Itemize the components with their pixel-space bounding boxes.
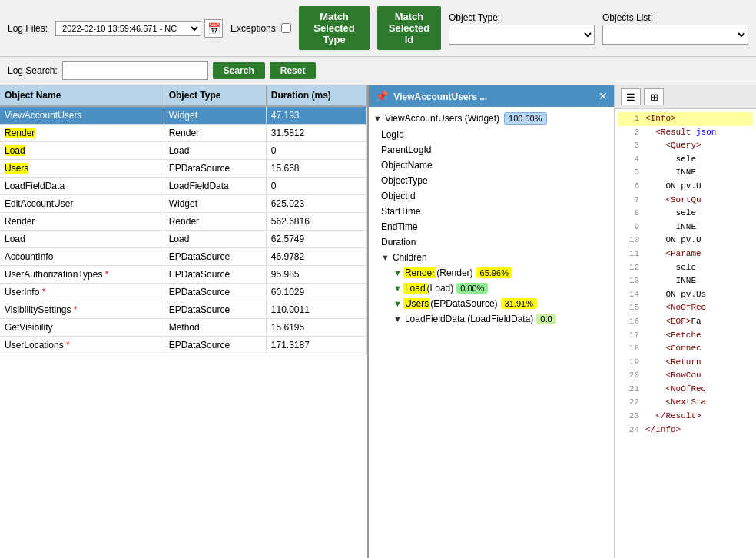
exceptions-checkbox[interactable]: [281, 23, 291, 33]
search-bar: Log Search: Search Reset: [0, 57, 756, 85]
tree-field-duration[interactable]: Duration: [369, 234, 614, 250]
field-objecttype-label: ObjectType: [381, 175, 428, 186]
check-users-icon: ▼: [393, 299, 402, 308]
table-row[interactable]: ViewAccountUsersWidget47.193: [0, 106, 367, 125]
tree-field-parentlogid[interactable]: ParentLogId: [369, 142, 614, 158]
tree-field-objectid[interactable]: ObjectId: [369, 188, 614, 204]
table-row[interactable]: UsersEPDataSource15.668: [0, 160, 367, 178]
table-cell-type: EPDataSource: [164, 266, 266, 284]
field-parentlogid-label: ParentLogId: [381, 144, 431, 155]
tree-child-users[interactable]: ▼ Users (EPDataSource) 31.91%: [369, 296, 614, 311]
table-row[interactable]: UserAuthorizationTypes *EPDataSource95.9…: [0, 266, 367, 284]
calendar-button[interactable]: 📅: [204, 19, 223, 38]
xml-line: 16 <EOF>Fa: [618, 315, 753, 329]
list-icon-button[interactable]: ☰: [621, 88, 641, 105]
xml-line: 23 </Result>: [618, 410, 753, 423]
line-content: sele: [645, 207, 696, 221]
xml-line: 3 <Query>: [618, 139, 753, 153]
table-cell-type: Widget: [164, 106, 266, 125]
table-cell-name: UserAuthorizationTypes *: [0, 266, 164, 284]
table-cell-name: VisibilitySettings *: [0, 301, 164, 319]
tree-root-node[interactable]: ▼ ViewAccountUsers (Widget) 100.00%: [369, 110, 614, 127]
table-row[interactable]: AccountInfoEPDataSource46.9782: [0, 248, 367, 266]
table-row[interactable]: VisibilitySettings *EPDataSource110.0011: [0, 301, 367, 319]
tree-field-objecttype[interactable]: ObjectType: [369, 173, 614, 188]
table-row[interactable]: LoadFieldDataLoadFieldData0: [0, 178, 367, 195]
table-icon-button[interactable]: ⊞: [644, 88, 664, 105]
tree-child-load[interactable]: ▼ Load (Load) 0.00%: [369, 281, 614, 296]
xml-line: 9 INNE: [618, 221, 753, 234]
objects-list-label: Objects List:: [602, 12, 748, 23]
xml-line: 17 <Fetche: [618, 329, 753, 343]
match-selected-type-button[interactable]: Match Selected Type: [299, 6, 370, 50]
col-object-name: Object Name: [0, 85, 164, 106]
pin-icon: 📌: [375, 90, 388, 102]
line-number: 17: [618, 329, 639, 343]
tree-child-render[interactable]: ▼ Render (Render) 65.96%: [369, 265, 614, 281]
line-content: <Return: [645, 356, 701, 370]
table-cell-type: EPDataSource: [164, 301, 266, 319]
tree-field-objectname[interactable]: ObjectName: [369, 158, 614, 173]
match-selected-id-button[interactable]: Match Selected Id: [377, 6, 441, 50]
table-row[interactable]: UserLocations *EPDataSource171.3187: [0, 337, 367, 354]
xml-line: 20 <RowCou: [618, 369, 753, 383]
table-cell-duration: 60.1029: [266, 284, 366, 301]
exceptions-area: Exceptions:: [230, 23, 291, 34]
line-number: 10: [618, 234, 639, 247]
line-content: </Info>: [645, 423, 681, 437]
objects-list-select[interactable]: [602, 25, 748, 45]
log-search-label: Log Search:: [8, 65, 58, 76]
exceptions-label: Exceptions:: [230, 23, 278, 34]
tree-field-logid[interactable]: LogId: [369, 127, 614, 142]
line-content: INNE: [645, 166, 696, 180]
line-number: 11: [618, 247, 639, 261]
xml-line: 7 <SortQu: [618, 194, 753, 208]
table-row[interactable]: UserInfo *EPDataSource60.1029: [0, 284, 367, 301]
field-objectid-label: ObjectId: [381, 191, 416, 201]
children-expand-icon[interactable]: ▼: [381, 253, 390, 262]
line-content: <Parame: [645, 247, 701, 261]
table-cell-type: Load: [164, 142, 266, 160]
table-cell-name: UserInfo *: [0, 284, 164, 301]
tree-field-endtime[interactable]: EndTime: [369, 219, 614, 234]
child-users-type: (EPDataSource): [430, 298, 497, 309]
line-number: 9: [618, 221, 639, 234]
line-number: 6: [618, 180, 639, 194]
table-cell-name: Load: [0, 231, 164, 248]
line-number: 24: [618, 423, 639, 437]
search-button[interactable]: Search: [213, 62, 265, 79]
reset-button[interactable]: Reset: [270, 62, 317, 79]
line-content: ON pv.U: [645, 234, 701, 247]
table-cell-name: Render: [0, 125, 164, 142]
log-files-select: 2022-02-10 13:59:46.671 - NC 📅: [55, 19, 223, 38]
table-row[interactable]: RenderRender31.5812: [0, 125, 367, 142]
table-row[interactable]: LoadLoad0: [0, 142, 367, 160]
tree-close-button[interactable]: ✕: [598, 90, 608, 102]
line-content: ON pv.Us: [645, 288, 706, 302]
xml-line: 21 <NoOfRec: [618, 383, 753, 397]
table-row[interactable]: GetVisibilityMethod15.6195: [0, 319, 367, 337]
table-cell-type: EPDataSource: [164, 160, 266, 178]
expand-icon[interactable]: ▼: [373, 114, 382, 123]
tree-field-starttime[interactable]: StartTime: [369, 204, 614, 219]
log-files-dropdown[interactable]: 2022-02-10 13:59:46.671 - NC: [55, 21, 201, 36]
xml-line: 14 ON pv.Us: [618, 288, 753, 302]
table-row[interactable]: EditAccountUserWidget625.023: [0, 195, 367, 213]
tree-child-loadfielddata[interactable]: ▼ LoadFieldData (LoadFieldData) 0.0: [369, 311, 614, 327]
line-number: 14: [618, 288, 639, 302]
table-row[interactable]: RenderRender562.6816: [0, 213, 367, 231]
xml-line: 13 INNE: [618, 274, 753, 288]
table-cell-name: GetVisibility: [0, 319, 164, 337]
tree-children-node[interactable]: ▼ Children: [369, 250, 614, 265]
col-object-type: Object Type: [164, 85, 266, 106]
line-number: 4: [618, 153, 639, 167]
line-content: ON pv.U: [645, 180, 701, 194]
object-type-select[interactable]: [449, 25, 595, 45]
expand-loadfielddata-icon[interactable]: ▼: [393, 314, 402, 324]
field-endtime-label: EndTime: [381, 221, 418, 232]
check-render-icon: ▼: [393, 268, 402, 277]
search-input[interactable]: [62, 61, 208, 80]
right-panel: ☰ ⊞ 1<Info>2 <Result json3 <Query>4 sele…: [615, 85, 756, 558]
table-row[interactable]: LoadLoad62.5749: [0, 231, 367, 248]
table-cell-duration: 62.5749: [266, 231, 366, 248]
